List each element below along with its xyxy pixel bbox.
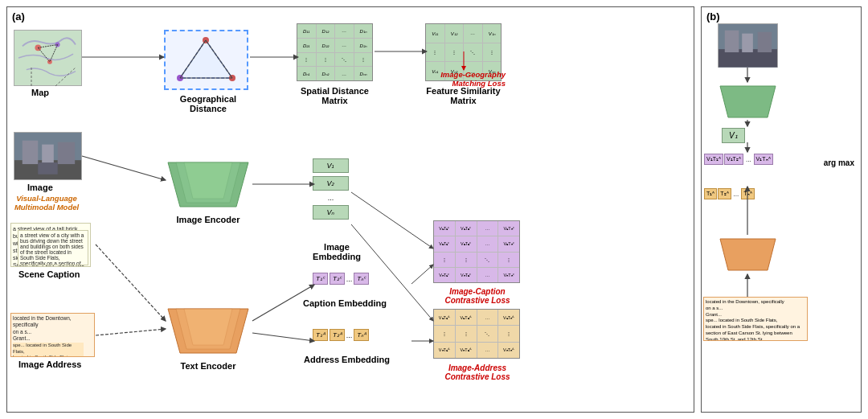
image-embedding-label: Image Embedding [305,242,369,261]
sdm-label: Spatial Distance Matrix [297,86,373,105]
svg-marker-13 [180,40,232,78]
svg-line-29 [82,156,166,180]
address-embedding-label: Address Embedding [301,355,393,364]
svg-rect-11 [58,142,75,164]
svg-line-35 [351,192,433,249]
text-encoder-label: Text Encoder [172,361,244,371]
svg-line-36 [411,265,433,284]
geo-dist-box [164,30,248,90]
pb-argmax-label: arg max [824,158,854,167]
pb-image-encoder [718,84,778,120]
svg-rect-44 [725,31,739,52]
pb-address-box: located in the Downtown, specificallyon … [703,297,808,341]
main-container: (a) Map [0,0,868,419]
caption-box: a street view of a tall brick building a… [10,223,91,267]
svg-rect-9 [23,141,39,164]
map-thumbnail [14,30,82,86]
spatial-distance-matrix: D₁₁ D₁₂ … D₁ₙ D₂₁ D₂₂ … D₂ₙ ⋮ ⋮ ⋱ ⋮ Dₙ₁ … [297,23,373,84]
image-label: Image [27,183,53,192]
svg-line-32 [96,329,166,335]
fsm-label: Feature Similarity Matrix [417,86,510,105]
image-encoder-label: Image Encoder [172,215,244,224]
panel-a: (a) Map [6,6,694,413]
svg-marker-48 [720,239,776,270]
image-encoder [164,158,252,211]
pb-v1-block: V₁ [722,128,745,143]
pb-street-image [718,23,778,68]
ia-loss-matrix: V₁T₁ᴬ V₁T₂ᴬ … V₁Tₙᴬ ⋮ ⋮ ⋱ ⋮ VₙT₁ᴬ VₙT₂ᴬ … [433,309,522,361]
ic-loss-label: Image-CaptionContrastive Loss [433,287,522,305]
scene-caption-label: Scene Caption [18,269,80,279]
map-label: Map [31,88,49,97]
pb-ta-row: T₁ᴬ T₂ᴬ ... Tₙᴬ [704,188,825,199]
pb-text-encoder [718,236,778,273]
svg-rect-10 [42,145,54,164]
ic-loss-matrix: V₁T₁ᶜ V₁T₂ᶜ … V₁Tₙᶜ V₂T₁ᶜ V₂T₂ᶜ … V₂Tₙᶜ … [433,220,522,285]
caption-embedding-box: T₁ᶜ T₂ᶜ ... Tₙᶜ [313,273,409,295]
svg-line-31 [96,244,166,321]
image-address-label: Image Address [18,359,81,369]
ia-loss-label: Image-AddressContrastive Loss [433,364,522,381]
ig-loss-label: Image-GeographyMatching Loss [417,70,506,88]
panel-b-label: (b) [706,10,720,23]
svg-rect-45 [742,34,753,52]
svg-rect-46 [758,32,772,52]
vlm-label: Visual-LanguageMultimodal Model [10,194,83,212]
pb-result-row: V₁T₁ᴬ V₁T₂ᴬ ... V₁Tₙᴬ [704,154,825,165]
image-thumbnail [14,132,82,180]
caption-embedding-label: Caption Embedding [301,298,389,308]
panel-b: (b) V₁ V₁T₁ᴬ V₁T₂ᴬ ... [701,6,862,413]
svg-line-34 [252,333,314,341]
svg-marker-47 [720,86,776,117]
text-encoder [164,305,252,357]
address-box: located in the Downtown, specificallyon … [10,313,95,357]
panel-a-label: (a) [12,10,25,23]
svg-point-2 [55,43,60,47]
address-embedding-box: T₁ᴬ T₂ᴬ ... Tₙᴬ [313,329,409,351]
svg-rect-12 [38,162,57,175]
geo-dist-label: Geographical Distance [172,94,244,113]
image-embedding-box: V₁ V₂ ... Vₙ [313,158,353,239]
